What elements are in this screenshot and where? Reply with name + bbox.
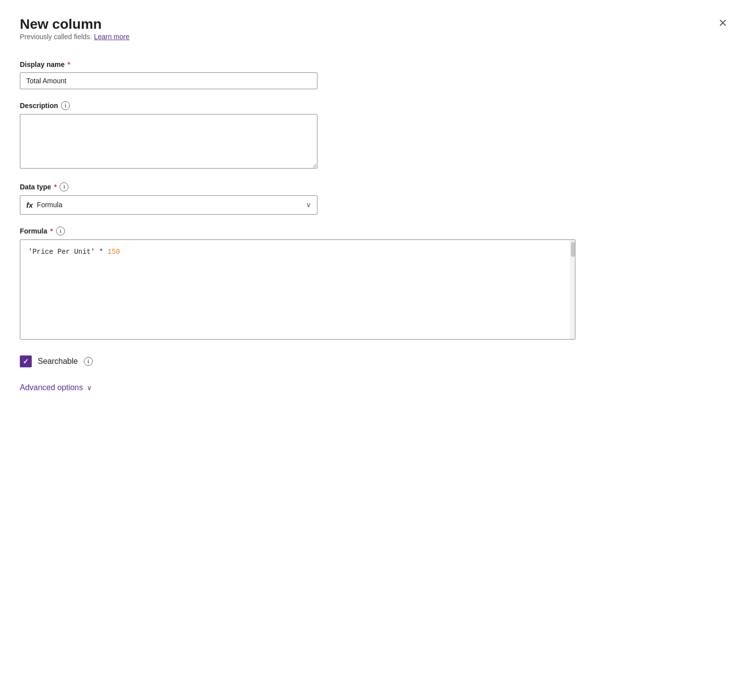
formula-operator-part: * xyxy=(95,248,107,256)
description-label: Description i xyxy=(20,101,317,110)
formula-info-icon[interactable]: i xyxy=(56,227,65,235)
panel-title: New column xyxy=(20,16,129,33)
new-column-panel: New column Previously called fields. Lea… xyxy=(0,0,751,700)
formula-string-part: 'Price Per Unit' xyxy=(28,248,95,256)
description-section: Description i xyxy=(20,101,317,171)
close-button[interactable]: ✕ xyxy=(714,16,731,31)
formula-textarea-wrapper: 'Price Per Unit' * 150 xyxy=(20,239,575,340)
data-type-select[interactable]: fx Formula ∨ xyxy=(20,195,317,215)
description-label-text: Description xyxy=(20,102,58,110)
data-type-value: Formula xyxy=(37,201,62,209)
subtitle-text: Previously called fields. xyxy=(20,33,92,41)
searchable-checkbox[interactable]: ✓ xyxy=(20,355,32,367)
check-icon: ✓ xyxy=(23,358,29,365)
data-type-section: Data type * i fx Formula ∨ xyxy=(20,182,317,215)
searchable-section: ✓ Searchable i xyxy=(20,355,731,367)
subtitle: Previously called fields. Learn more xyxy=(20,33,129,41)
panel-header: New column Previously called fields. Lea… xyxy=(20,16,731,57)
advanced-options-link[interactable]: Advanced options xyxy=(20,383,83,392)
scrollbar-thumb xyxy=(571,242,575,257)
formula-section: Formula * i 'Price Per Unit' * 150 xyxy=(20,227,575,340)
searchable-info-icon[interactable]: i xyxy=(84,357,93,366)
chevron-down-icon: ∨ xyxy=(306,201,311,209)
description-input[interactable] xyxy=(20,114,317,169)
data-type-label: Data type * i xyxy=(20,182,317,191)
searchable-label: Searchable xyxy=(38,357,78,366)
formula-content[interactable]: 'Price Per Unit' * 150 xyxy=(20,240,575,339)
header-left: New column Previously called fields. Lea… xyxy=(20,16,129,57)
description-info-icon[interactable]: i xyxy=(61,101,70,110)
advanced-options-chevron-icon: ∨ xyxy=(87,384,92,392)
formula-number-part: 150 xyxy=(108,248,120,256)
display-name-required: * xyxy=(67,60,70,68)
data-type-select-wrapper[interactable]: fx Formula ∨ xyxy=(20,195,317,215)
data-type-label-text: Data type xyxy=(20,183,51,191)
learn-more-link[interactable]: Learn more xyxy=(94,33,129,41)
fx-icon: fx xyxy=(26,201,33,209)
advanced-options-section[interactable]: Advanced options ∨ xyxy=(20,383,731,392)
scrollbar[interactable] xyxy=(570,240,575,339)
formula-required: * xyxy=(50,227,53,235)
data-type-info-icon[interactable]: i xyxy=(60,182,68,191)
data-type-required: * xyxy=(54,183,57,191)
display-name-input[interactable] xyxy=(20,72,317,89)
display-name-label-text: Display name xyxy=(20,60,64,68)
formula-label: Formula * i xyxy=(20,227,575,235)
display-name-label: Display name * xyxy=(20,60,317,68)
display-name-section: Display name * xyxy=(20,60,317,89)
formula-label-text: Formula xyxy=(20,227,47,235)
